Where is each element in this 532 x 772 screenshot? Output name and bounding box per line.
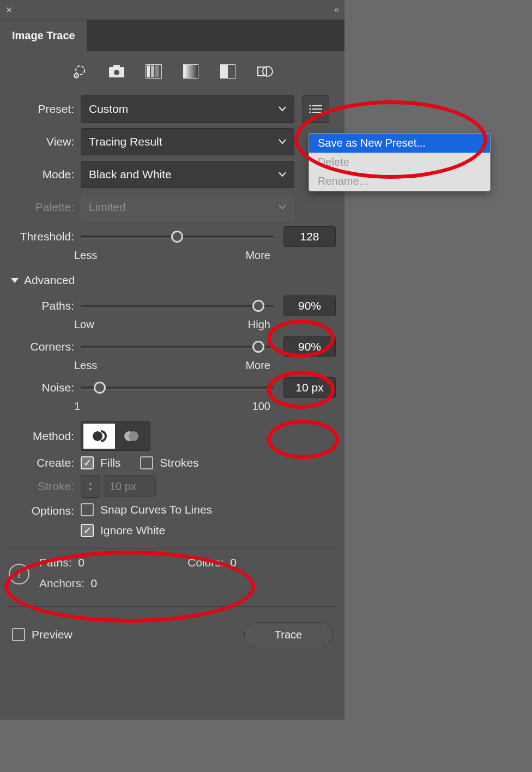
svg-point-22 — [129, 431, 138, 441]
corners-slider[interactable] — [81, 340, 274, 353]
gradient-icon[interactable] — [182, 63, 200, 80]
shades-icon[interactable] — [145, 63, 162, 80]
svg-rect-8 — [155, 65, 159, 77]
method-label: Method: — [0, 430, 81, 443]
paths-value[interactable]: 90% — [283, 295, 336, 316]
paths-thumb[interactable] — [252, 300, 264, 312]
ignore-white-checkbox[interactable] — [81, 524, 94, 537]
svg-rect-3 — [113, 65, 120, 68]
close-icon[interactable]: ✕ — [5, 5, 13, 15]
corners-label: Corners: — [0, 340, 81, 353]
mode-value: Black and White — [89, 168, 172, 181]
menu-delete: Delete — [309, 153, 490, 172]
preview-label: Preview — [32, 628, 72, 641]
noise-max-label: 100 — [252, 400, 270, 413]
auto-color-icon[interactable] — [71, 63, 88, 80]
image-trace-panel: ✕ « Image Trace — [0, 0, 344, 720]
options-label: Options: — [0, 503, 81, 517]
svg-point-18 — [309, 108, 311, 110]
trace-button[interactable]: Trace — [244, 622, 332, 647]
mode-select[interactable]: Black and White — [81, 161, 294, 188]
create-label: Create: — [0, 456, 81, 469]
noise-slider[interactable] — [81, 381, 274, 394]
view-select[interactable]: Tracing Result — [81, 128, 294, 155]
tab-bar: Image Trace — [0, 20, 344, 51]
noise-label: Noise: — [0, 381, 81, 394]
info-paths-value: 0 — [78, 556, 84, 569]
stroke-value: 10 px — [104, 475, 156, 497]
preset-label: Preset: — [0, 102, 81, 116]
caret-down-icon — [11, 278, 19, 283]
svg-point-13 — [263, 67, 273, 76]
preset-icon-row — [0, 51, 344, 90]
method-abutting-button[interactable] — [83, 424, 115, 449]
paths-min-label: Low — [74, 318, 94, 331]
svg-point-4 — [114, 70, 119, 75]
threshold-value[interactable]: 128 — [283, 226, 336, 247]
svg-rect-9 — [183, 64, 198, 79]
corners-max-label: More — [245, 359, 270, 372]
noise-value[interactable]: 10 px — [283, 377, 336, 398]
svg-rect-6 — [147, 65, 150, 77]
divider — [9, 548, 336, 548]
stepper-arrows-icon: ▲▼ — [81, 475, 100, 498]
svg-point-20 — [93, 431, 102, 441]
stroke-label: Stroke: — [0, 480, 81, 493]
snap-curves-checkbox[interactable] — [81, 503, 94, 516]
palette-label: Palette: — [0, 201, 81, 214]
paths-max-label: High — [248, 318, 270, 331]
menu-save-as-new-preset[interactable]: Save as New Preset... — [309, 134, 490, 153]
paths-slider[interactable] — [81, 299, 274, 312]
method-toggle — [81, 421, 150, 451]
threshold-slider[interactable] — [81, 230, 274, 243]
strokes-checkbox[interactable] — [140, 456, 153, 469]
info-paths-label: Paths: — [39, 556, 72, 569]
preset-value: Custom — [89, 102, 128, 116]
threshold-label: Threshold: — [0, 230, 81, 243]
method-overlapping-button[interactable] — [115, 424, 147, 449]
strokes-label: Strokes — [160, 456, 198, 469]
svg-point-17 — [309, 105, 311, 106]
snap-curves-label: Snap Curves To Lines — [100, 503, 212, 516]
svg-point-19 — [309, 111, 311, 113]
fills-label: Fills — [100, 456, 120, 469]
palette-value: Limited — [89, 201, 126, 214]
info-row: i Paths: 0 Colors: 0 Anchors: 0 — [0, 554, 344, 595]
stroke-stepper: ▲▼ 10 px — [81, 475, 156, 498]
outline-icon[interactable] — [256, 63, 274, 80]
view-label: View: — [0, 135, 81, 148]
photo-icon[interactable] — [108, 63, 125, 80]
chevron-down-icon — [279, 139, 286, 144]
noise-thumb[interactable] — [94, 382, 106, 394]
mode-label: Mode: — [0, 168, 81, 181]
noise-min-label: 1 — [74, 400, 80, 413]
divider — [9, 606, 336, 607]
info-colors-label: Colors: — [188, 556, 224, 569]
chevron-down-icon — [279, 172, 286, 177]
threshold-max-label: More — [245, 249, 270, 262]
preset-popup-menu: Save as New Preset... Delete Rename... — [309, 133, 491, 191]
advanced-label: Advanced — [24, 274, 75, 287]
preview-checkbox[interactable] — [12, 628, 25, 641]
ignore-white-label: Ignore White — [100, 524, 165, 537]
threshold-min-label: Less — [74, 249, 97, 262]
info-colors-value: 0 — [230, 556, 237, 569]
fills-checkbox[interactable] — [81, 456, 94, 469]
tab-image-trace[interactable]: Image Trace — [0, 20, 87, 51]
svg-rect-7 — [151, 65, 154, 77]
chevron-down-icon — [279, 106, 286, 112]
palette-select: Limited — [81, 194, 294, 221]
corners-min-label: Less — [74, 359, 97, 372]
threshold-thumb[interactable] — [171, 231, 183, 243]
menu-rename: Rename... — [309, 172, 490, 191]
bw-icon[interactable] — [219, 63, 237, 80]
corners-value[interactable]: 90% — [283, 336, 336, 357]
advanced-toggle[interactable]: Advanced — [0, 264, 336, 290]
info-anchors-label: Anchors: — [39, 577, 84, 589]
view-value: Tracing Result — [89, 135, 162, 148]
collapse-icon[interactable]: « — [334, 5, 339, 15]
corners-thumb[interactable] — [252, 341, 264, 353]
preset-menu-button[interactable] — [302, 95, 329, 123]
preset-select[interactable]: Custom — [81, 95, 294, 123]
info-icon: i — [9, 564, 29, 584]
